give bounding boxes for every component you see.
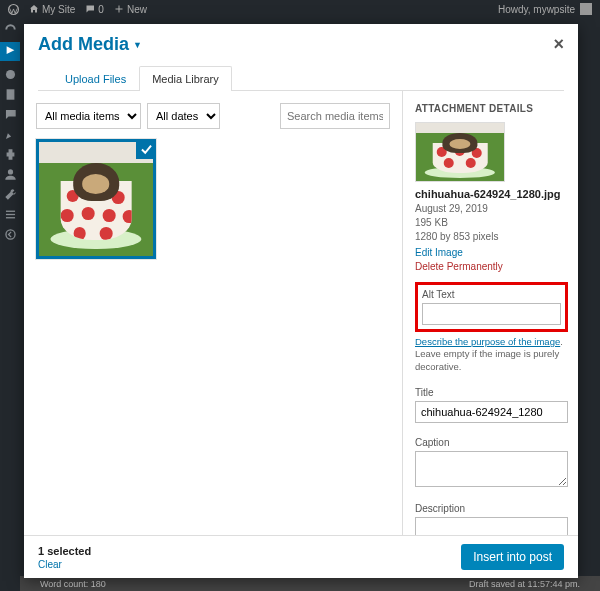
dashboard-icon[interactable]: [3, 22, 17, 36]
alt-text-hint: Describe the purpose of the image. Leave…: [415, 336, 568, 373]
edit-image-link[interactable]: Edit Image: [415, 247, 568, 258]
svg-point-3: [7, 169, 12, 174]
svg-point-7: [5, 229, 14, 238]
detail-size: 195 KB: [415, 216, 568, 230]
appearance-icon[interactable]: [3, 127, 17, 141]
settings-icon[interactable]: [3, 207, 17, 221]
search-input[interactable]: [280, 103, 390, 129]
pages-icon[interactable]: [3, 87, 17, 101]
editor-status-bar: Word count: 180 Draft saved at 11:57:44 …: [20, 576, 600, 591]
media-browser: All media items All dates: [24, 91, 403, 535]
modal-title[interactable]: Add Media ▼: [38, 34, 142, 55]
admin-bar: My Site 0 New Howdy, mywpsite: [0, 0, 600, 18]
home-icon: [29, 4, 39, 14]
draft-saved: Draft saved at 11:57:44 pm.: [469, 579, 580, 589]
description-input[interactable]: [415, 517, 568, 535]
svg-rect-6: [5, 217, 14, 218]
site-link[interactable]: My Site: [29, 4, 75, 15]
svg-point-1: [5, 69, 14, 78]
alt-text-field-highlight: Alt Text: [415, 282, 568, 332]
caret-down-icon: ▼: [133, 40, 142, 50]
comments-link[interactable]: 0: [85, 4, 104, 15]
comment-icon: [85, 4, 95, 14]
comment-count: 0: [98, 4, 104, 15]
modal-tabs: Upload Files Media Library: [38, 65, 564, 91]
caption-label: Caption: [415, 437, 568, 448]
filter-type-select[interactable]: All media items: [36, 103, 141, 129]
media-icon[interactable]: [3, 67, 17, 81]
wp-logo-icon[interactable]: [8, 4, 19, 15]
word-count: Word count: 180: [40, 579, 106, 589]
delete-link[interactable]: Delete Permanently: [415, 261, 568, 272]
new-link[interactable]: New: [114, 4, 147, 15]
alt-hint-link[interactable]: Describe the purpose of the image: [415, 336, 560, 347]
collapse-icon[interactable]: [3, 227, 17, 241]
plus-icon: [114, 4, 124, 14]
description-label: Description: [415, 503, 568, 514]
media-filters: All media items All dates: [36, 103, 390, 129]
attachment-details: ATTACHMENT DETAILS chihuahua-624924_1280…: [403, 91, 578, 535]
admin-menu: [0, 18, 20, 578]
title-label: Title: [415, 387, 568, 398]
svg-rect-2: [6, 89, 14, 99]
media-thumbnail-selected[interactable]: [36, 139, 156, 259]
avatar[interactable]: [580, 3, 592, 15]
svg-rect-4: [5, 210, 14, 211]
site-name: My Site: [42, 4, 75, 15]
clear-selection-link[interactable]: Clear: [38, 559, 91, 570]
tab-media-library[interactable]: Media Library: [139, 66, 232, 91]
plugins-icon[interactable]: [3, 147, 17, 161]
title-input[interactable]: [415, 401, 568, 423]
svg-rect-5: [5, 213, 14, 214]
users-icon[interactable]: [3, 167, 17, 181]
tab-upload-files[interactable]: Upload Files: [52, 66, 139, 91]
posts-icon[interactable]: [0, 42, 20, 61]
alt-text-input[interactable]: [422, 303, 561, 325]
detail-date: August 29, 2019: [415, 202, 568, 216]
add-media-modal: Add Media ▼ × Upload Files Media Library…: [24, 24, 578, 578]
details-heading: ATTACHMENT DETAILS: [415, 103, 568, 114]
close-icon[interactable]: ×: [553, 34, 564, 55]
detail-thumbnail: [415, 122, 505, 182]
howdy-text[interactable]: Howdy, mywpsite: [498, 4, 575, 15]
selection-count: 1 selected: [38, 545, 91, 557]
new-label: New: [127, 4, 147, 15]
caption-input[interactable]: [415, 451, 568, 487]
filter-date-select[interactable]: All dates: [147, 103, 220, 129]
comments-icon[interactable]: [3, 107, 17, 121]
detail-filename: chihuahua-624924_1280.jpg: [415, 188, 568, 200]
check-icon[interactable]: [136, 139, 156, 159]
alt-text-label: Alt Text: [422, 289, 561, 300]
tools-icon[interactable]: [3, 187, 17, 201]
modal-header: Add Media ▼ × Upload Files Media Library: [24, 24, 578, 91]
detail-dimensions: 1280 by 853 pixels: [415, 230, 568, 244]
modal-footer: 1 selected Clear Insert into post: [24, 535, 578, 578]
insert-into-post-button[interactable]: Insert into post: [461, 544, 564, 570]
